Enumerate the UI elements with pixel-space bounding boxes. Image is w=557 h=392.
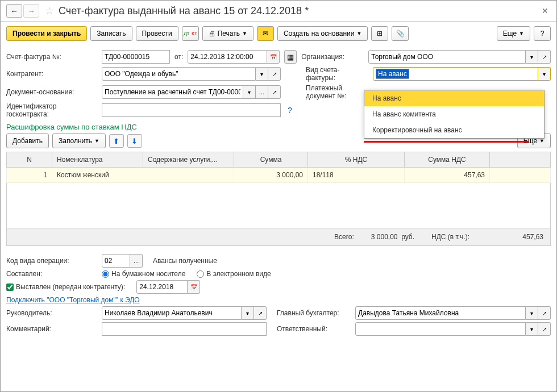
manager-dropdown-icon[interactable]: ▾: [242, 306, 254, 320]
dropdown-item-corrective-advance[interactable]: Корректировочный на аванс: [364, 122, 544, 138]
calendar-icon[interactable]: 📅: [267, 50, 280, 64]
counterparty-dropdown-icon[interactable]: ▾: [256, 67, 268, 81]
close-icon[interactable]: ✕: [539, 6, 551, 15]
save-button[interactable]: Записать: [90, 26, 132, 41]
col-vat-rate[interactable]: % НДС: [308, 152, 405, 168]
issued-date-input[interactable]: [136, 280, 188, 294]
type-value: На аванс: [376, 69, 409, 79]
paper-radio-label: На бумажном носителе: [111, 270, 185, 278]
counterparty-label: Контрагент:: [6, 70, 97, 78]
total-label: Всего:: [334, 233, 354, 241]
main-toolbar: Провести и закрыть Записать Провести ДтК…: [1, 22, 556, 45]
op-code-ellipsis-icon[interactable]: …: [130, 254, 143, 268]
move-up-button[interactable]: ⬆: [109, 134, 124, 148]
col-sum[interactable]: Сумма: [234, 152, 308, 168]
comment-label: Комментарий:: [6, 325, 97, 333]
accountant-input[interactable]: [355, 306, 526, 320]
basis-dropdown-icon[interactable]: ▾: [243, 85, 256, 99]
structure-button[interactable]: ⊞: [371, 26, 388, 41]
govid-label: Идентификатор госконтракта:: [6, 102, 97, 118]
manager-open-icon[interactable]: ↗: [254, 306, 267, 320]
chevron-down-icon: ▼: [356, 31, 361, 36]
basis-input[interactable]: [102, 85, 243, 99]
post-button[interactable]: Провести: [136, 26, 178, 41]
type-dropdown-icon[interactable]: ▾: [538, 67, 551, 81]
totals-bar: Всего: 3 000,00 руб. НДС (в т.ч.): 457,6…: [6, 228, 551, 246]
total-value: 3 000,00: [371, 233, 398, 241]
print-button[interactable]: 🖨 Печать ▼: [202, 26, 253, 41]
col-description[interactable]: Содержание услуги,...: [143, 152, 234, 168]
chevron-down-icon: ▼: [519, 31, 524, 36]
col-n[interactable]: N: [7, 152, 52, 168]
paydoc-label: Платежный документ №:: [306, 84, 368, 100]
counterparty-open-icon[interactable]: ↗: [268, 67, 281, 81]
basis-label: Документ-основание:: [6, 88, 97, 96]
titlebar: ← → ☆ Счет-фактура выданный на аванс 15 …: [1, 1, 556, 22]
attachment-button[interactable]: 📎: [392, 26, 409, 41]
electronic-radio[interactable]: В электронном виде: [197, 270, 271, 278]
org-open-icon[interactable]: ↗: [538, 50, 551, 64]
accountant-dropdown-icon[interactable]: ▾: [526, 306, 538, 320]
dtkt-button[interactable]: ДтКт: [182, 26, 199, 41]
move-down-button[interactable]: ⬇: [127, 134, 142, 148]
counterparty-input[interactable]: [102, 67, 256, 81]
type-dropdown-list: На аванс На аванс комитента Корректирово…: [364, 90, 544, 139]
help-button[interactable]: ?: [534, 26, 551, 41]
post-and-close-button[interactable]: Провести и закрыть: [6, 26, 87, 41]
fill-label: Заполнить: [59, 137, 92, 145]
manager-label: Руководитель:: [6, 309, 97, 317]
dropdown-item-commission-advance[interactable]: На аванс комитента: [364, 106, 544, 122]
op-code-desc: Авансы полученные: [153, 257, 217, 265]
cell-nomenclature: Костюм женский: [52, 168, 143, 183]
comment-input[interactable]: [102, 322, 267, 336]
more-button[interactable]: Еще ▼: [497, 26, 530, 41]
invoice-no-label: Счет-фактура №:: [6, 53, 97, 61]
accountant-open-icon[interactable]: ↗: [538, 306, 551, 320]
basis-ellipsis-icon[interactable]: …: [256, 85, 268, 99]
electronic-radio-label: В электронном виде: [206, 270, 271, 278]
currency: руб.: [401, 233, 414, 241]
help-icon[interactable]: ?: [288, 106, 292, 115]
add-row-button[interactable]: Добавить: [6, 134, 49, 148]
responsible-open-icon[interactable]: ↗: [538, 322, 551, 336]
cell-vat: 457,63: [405, 168, 490, 183]
govid-input[interactable]: [102, 103, 281, 117]
nav-forward-button[interactable]: →: [23, 4, 39, 18]
fill-button[interactable]: Заполнить ▼: [52, 134, 106, 148]
date-extra-button[interactable]: ▦: [284, 50, 297, 64]
accountant-label: Главный бухгалтер:: [277, 309, 351, 317]
basis-open-icon[interactable]: ↗: [268, 85, 281, 99]
table-row[interactable]: 1 Костюм женский 3 000,00 18/118 457,63: [7, 168, 551, 183]
highlight-underline: [364, 141, 529, 143]
edo-link[interactable]: Подключить "ООО "Торговый дом"" к ЭДО: [6, 296, 140, 304]
paper-radio[interactable]: На бумажном носителе: [102, 270, 185, 278]
op-code-input[interactable]: [102, 254, 130, 268]
more-label: Еще: [503, 30, 517, 37]
favorite-star-icon[interactable]: ☆: [45, 5, 54, 17]
col-nomenclature[interactable]: Номенклатура: [52, 152, 143, 168]
issued-checkbox[interactable]: Выставлен (передан контрагенту):: [6, 283, 125, 291]
date-input[interactable]: [188, 50, 267, 64]
col-vat-sum[interactable]: Сумма НДС: [405, 152, 490, 168]
window-title: Счет-фактура выданный на аванс 15 от 24.…: [59, 5, 539, 17]
dropdown-item-advance[interactable]: На аванс: [364, 90, 544, 106]
type-label: Вид счета-фактуры:: [306, 66, 368, 82]
printer-icon: 🖨: [209, 30, 215, 37]
chevron-down-icon: ▼: [539, 138, 544, 144]
responsible-dropdown-icon[interactable]: ▾: [526, 322, 538, 336]
create-based-on-button[interactable]: Создать на основании ▼: [277, 26, 368, 41]
invoice-no-input[interactable]: [102, 50, 170, 64]
nav-back-button[interactable]: ←: [6, 4, 22, 18]
email-button[interactable]: ✉: [257, 26, 274, 41]
org-dropdown-icon[interactable]: ▾: [526, 50, 538, 64]
create-based-label: Создать на основании: [284, 30, 355, 37]
responsible-label: Ответственный:: [277, 325, 351, 333]
cell-sum: 3 000,00: [234, 168, 308, 183]
issued-calendar-icon[interactable]: 📅: [188, 280, 200, 294]
vat-value: 457,63: [487, 233, 543, 241]
org-input[interactable]: [368, 50, 526, 64]
chevron-down-icon: ▼: [94, 138, 99, 144]
manager-input[interactable]: [102, 306, 242, 320]
type-select[interactable]: На аванс: [373, 67, 538, 81]
responsible-input[interactable]: [355, 322, 526, 336]
